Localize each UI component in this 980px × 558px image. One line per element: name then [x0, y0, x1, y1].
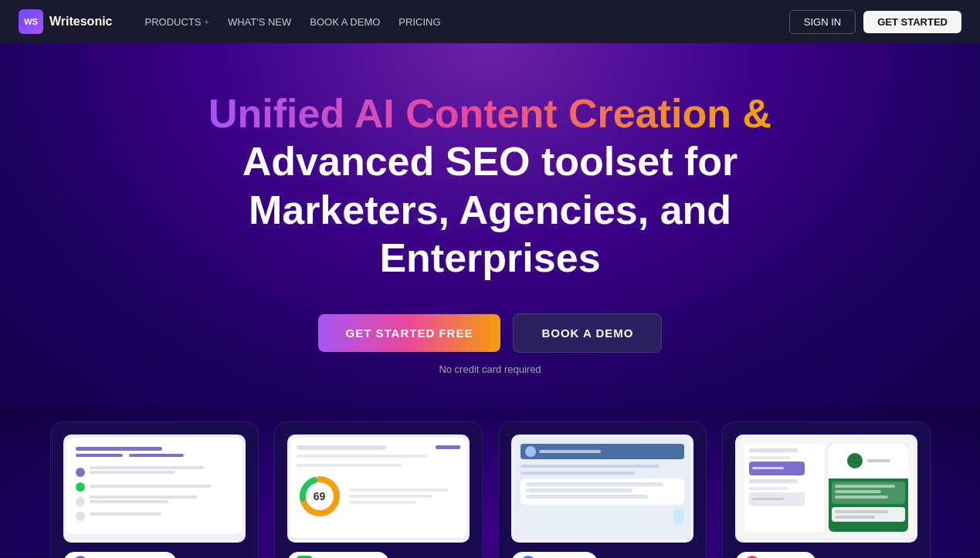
hero-ampersand: &	[742, 91, 771, 136]
nav-pricing[interactable]: PRICING	[391, 12, 448, 32]
hero-title-part3: Marketers, Agencies, and Enterprises	[249, 188, 731, 280]
badge-seo: SEO SEO Checker	[287, 552, 389, 558]
no-credit-text: No credit card required	[439, 364, 541, 375]
card-article-writer: AI Article Writer Factually Accurate Art…	[50, 421, 259, 558]
nav-links: PRODUCTS + WHAT'S NEW BOOK A DEMO PRICIN…	[137, 12, 765, 32]
signin-button[interactable]: SIGN IN	[789, 10, 856, 34]
card-preview-botsonic	[735, 435, 917, 543]
card-chatsonic: Chatsonic ChatGPT like AI chat with real…	[498, 421, 707, 558]
product-cards: AI Article Writer Factually Accurate Art…	[0, 406, 980, 558]
get-started-free-button[interactable]: GET STARTED FREE	[318, 314, 501, 352]
hero-title-part2: Advanced SEO toolset for	[242, 139, 738, 184]
nav-actions: SIGN IN GET STARTED	[789, 10, 961, 34]
card-preview-seo: 69	[287, 435, 470, 543]
book-demo-button[interactable]: BOOK A DEMO	[513, 313, 662, 353]
logo[interactable]: WS Writesonic	[19, 9, 113, 34]
logo-text: Writesonic	[49, 15, 113, 29]
seo-donut: 69	[297, 473, 343, 519]
navigation: WS Writesonic PRODUCTS + WHAT'S NEW BOOK…	[0, 0, 980, 43]
plus-icon: +	[204, 17, 209, 26]
nav-book-demo[interactable]: BOOK A DEMO	[302, 12, 388, 32]
card-preview-chatsonic	[511, 435, 693, 543]
badge-article-writer: AI Article Writer	[63, 552, 178, 558]
hero-title-part1: Unified AI Content Creation	[209, 91, 731, 136]
card-preview-article	[63, 435, 246, 543]
hero-buttons: GET STARTED FREE BOOK A DEMO	[318, 313, 663, 353]
nav-products[interactable]: PRODUCTS +	[137, 12, 217, 32]
hero-section: Unified AI Content Creation & Advanced S…	[0, 43, 980, 406]
logo-icon: WS	[19, 9, 43, 34]
badge-icon-chatsonic	[521, 556, 536, 558]
nav-whats-new[interactable]: WHAT'S NEW	[220, 12, 299, 32]
badge-botsonic: Botsonic	[735, 552, 817, 558]
hero-title: Unified AI Content Creation & Advanced S…	[143, 90, 838, 282]
badge-icon-botsonic	[744, 556, 760, 558]
badge-icon-seo: SEO	[297, 556, 312, 558]
badge-chatsonic: Chatsonic	[511, 552, 599, 558]
card-seo: 69 SEO SEO Checker Real-time SEO Check a…	[274, 421, 483, 558]
getstarted-nav-button[interactable]: GET STARTED	[863, 11, 961, 33]
card-botsonic: Botsonic AI Agents & Copilots trained on…	[722, 421, 931, 558]
badge-icon-article	[73, 556, 88, 558]
